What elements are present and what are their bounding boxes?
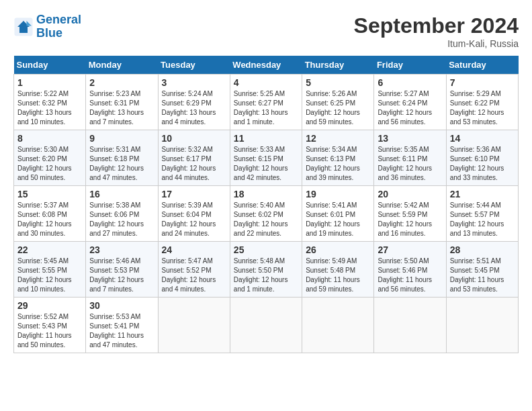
calendar-day: 23Sunrise: 5:46 AM Sunset: 5:53 PM Dayli… [86,242,158,298]
calendar-day: 22Sunrise: 5:45 AM Sunset: 5:55 PM Dayli… [14,242,86,298]
day-info: Sunrise: 5:40 AM Sunset: 6:02 PM Dayligh… [234,201,298,238]
day-number: 29 [17,300,82,311]
calendar-day: 8Sunrise: 5:30 AM Sunset: 6:20 PM Daylig… [14,130,86,186]
calendar-day: 29Sunrise: 5:52 AM Sunset: 5:43 PM Dayli… [14,298,86,353]
calendar-day: 7Sunrise: 5:29 AM Sunset: 6:22 PM Daylig… [446,75,518,130]
day-info: Sunrise: 5:24 AM Sunset: 6:29 PM Dayligh… [162,89,226,127]
day-info: Sunrise: 5:39 AM Sunset: 6:04 PM Dayligh… [162,201,226,238]
day-info: Sunrise: 5:37 AM Sunset: 6:08 PM Dayligh… [17,201,82,238]
calendar-week-row: 8Sunrise: 5:30 AM Sunset: 6:20 PM Daylig… [14,130,519,186]
day-info: Sunrise: 5:27 AM Sunset: 6:24 PM Dayligh… [378,89,442,127]
day-info: Sunrise: 5:42 AM Sunset: 5:59 PM Dayligh… [378,201,442,238]
day-info: Sunrise: 5:23 AM Sunset: 6:31 PM Dayligh… [89,89,154,127]
day-number: 11 [234,133,298,144]
day-number: 7 [450,77,515,88]
day-info: Sunrise: 5:38 AM Sunset: 6:06 PM Dayligh… [89,201,154,238]
day-number: 28 [450,244,515,255]
day-number: 25 [234,244,298,255]
calendar-day: 27Sunrise: 5:50 AM Sunset: 5:46 PM Dayli… [374,242,446,298]
day-number: 14 [450,133,515,144]
day-info: Sunrise: 5:35 AM Sunset: 6:11 PM Dayligh… [378,145,442,183]
header-saturday: Saturday [446,56,518,75]
day-info: Sunrise: 5:33 AM Sunset: 6:15 PM Dayligh… [234,145,298,183]
header-thursday: Thursday [302,56,374,75]
day-info: Sunrise: 5:34 AM Sunset: 6:13 PM Dayligh… [306,145,370,183]
day-info: Sunrise: 5:50 AM Sunset: 5:46 PM Dayligh… [378,257,442,294]
calendar-day: 19Sunrise: 5:41 AM Sunset: 6:01 PM Dayli… [302,186,374,242]
day-number: 24 [162,244,226,255]
day-info: Sunrise: 5:53 AM Sunset: 5:41 PM Dayligh… [89,312,154,350]
day-number: 12 [306,133,370,144]
day-info: Sunrise: 5:46 AM Sunset: 5:53 PM Dayligh… [89,257,154,294]
calendar-day: 6Sunrise: 5:27 AM Sunset: 6:24 PM Daylig… [374,75,446,130]
day-info: Sunrise: 5:48 AM Sunset: 5:50 PM Dayligh… [234,257,298,294]
page-header: General Blue September 2024 Itum-Kali, R… [13,13,519,49]
day-info: Sunrise: 5:22 AM Sunset: 6:32 PM Dayligh… [17,89,82,127]
day-info: Sunrise: 5:31 AM Sunset: 6:18 PM Dayligh… [89,145,154,183]
day-info: Sunrise: 5:52 AM Sunset: 5:43 PM Dayligh… [17,312,82,350]
day-number: 21 [450,189,515,199]
calendar-day: 26Sunrise: 5:49 AM Sunset: 5:48 PM Dayli… [302,242,374,298]
calendar-day: 30Sunrise: 5:53 AM Sunset: 5:41 PM Dayli… [86,298,158,353]
day-number: 23 [89,244,154,255]
day-info: Sunrise: 5:26 AM Sunset: 6:25 PM Dayligh… [306,89,370,127]
calendar-day: 17Sunrise: 5:39 AM Sunset: 6:04 PM Dayli… [158,186,230,242]
header-wednesday: Wednesday [230,56,302,75]
calendar-day: 4Sunrise: 5:25 AM Sunset: 6:27 PM Daylig… [230,75,302,130]
calendar-empty-day [158,298,230,353]
month-title: September 2024 [354,13,519,38]
calendar-day: 21Sunrise: 5:44 AM Sunset: 5:57 PM Dayli… [446,186,518,242]
calendar-day: 11Sunrise: 5:33 AM Sunset: 6:15 PM Dayli… [230,130,302,186]
day-info: Sunrise: 5:49 AM Sunset: 5:48 PM Dayligh… [306,257,370,294]
day-info: Sunrise: 5:29 AM Sunset: 6:22 PM Dayligh… [450,89,515,127]
calendar-table: SundayMondayTuesdayWednesdayThursdayFrid… [13,56,519,353]
logo-text: General Blue [36,13,81,40]
day-number: 19 [306,189,370,199]
location-subtitle: Itum-Kali, Russia [354,38,519,49]
header-tuesday: Tuesday [158,56,230,75]
calendar-day: 25Sunrise: 5:48 AM Sunset: 5:50 PM Dayli… [230,242,302,298]
day-number: 8 [17,133,82,144]
day-info: Sunrise: 5:30 AM Sunset: 6:20 PM Dayligh… [17,145,82,183]
calendar-day: 24Sunrise: 5:47 AM Sunset: 5:52 PM Dayli… [158,242,230,298]
day-info: Sunrise: 5:45 AM Sunset: 5:55 PM Dayligh… [17,257,82,294]
calendar-day: 3Sunrise: 5:24 AM Sunset: 6:29 PM Daylig… [158,75,230,130]
day-number: 13 [378,133,442,144]
calendar-day: 2Sunrise: 5:23 AM Sunset: 6:31 PM Daylig… [86,75,158,130]
day-number: 18 [234,189,298,199]
day-number: 22 [17,244,82,255]
day-number: 2 [89,77,154,88]
calendar-week-row: 15Sunrise: 5:37 AM Sunset: 6:08 PM Dayli… [14,186,519,242]
calendar-week-row: 29Sunrise: 5:52 AM Sunset: 5:43 PM Dayli… [14,298,519,353]
calendar-day: 10Sunrise: 5:32 AM Sunset: 6:17 PM Dayli… [158,130,230,186]
day-number: 26 [306,244,370,255]
day-info: Sunrise: 5:41 AM Sunset: 6:01 PM Dayligh… [306,201,370,238]
day-number: 17 [162,189,226,199]
logo-icon [13,17,34,37]
logo: General Blue [13,13,81,40]
calendar-day: 13Sunrise: 5:35 AM Sunset: 6:11 PM Dayli… [374,130,446,186]
calendar-week-row: 22Sunrise: 5:45 AM Sunset: 5:55 PM Dayli… [14,242,519,298]
day-number: 4 [234,77,298,88]
calendar-day: 18Sunrise: 5:40 AM Sunset: 6:02 PM Dayli… [230,186,302,242]
day-info: Sunrise: 5:44 AM Sunset: 5:57 PM Dayligh… [450,201,515,238]
day-number: 20 [378,189,442,199]
calendar-day: 28Sunrise: 5:51 AM Sunset: 5:45 PM Dayli… [446,242,518,298]
day-number: 6 [378,77,442,88]
day-number: 10 [162,133,226,144]
day-number: 5 [306,77,370,88]
day-info: Sunrise: 5:36 AM Sunset: 6:10 PM Dayligh… [450,145,515,183]
day-number: 27 [378,244,442,255]
calendar-day: 5Sunrise: 5:26 AM Sunset: 6:25 PM Daylig… [302,75,374,130]
calendar-empty-day [446,298,518,353]
day-info: Sunrise: 5:51 AM Sunset: 5:45 PM Dayligh… [450,257,515,294]
header-sunday: Sunday [14,56,86,75]
calendar-day: 15Sunrise: 5:37 AM Sunset: 6:08 PM Dayli… [14,186,86,242]
calendar-day: 1Sunrise: 5:22 AM Sunset: 6:32 PM Daylig… [14,75,86,130]
title-block: September 2024 Itum-Kali, Russia [354,13,519,49]
day-info: Sunrise: 5:32 AM Sunset: 6:17 PM Dayligh… [162,145,226,183]
day-number: 3 [162,77,226,88]
day-number: 1 [17,77,82,88]
day-number: 16 [89,189,154,199]
calendar-day: 12Sunrise: 5:34 AM Sunset: 6:13 PM Dayli… [302,130,374,186]
